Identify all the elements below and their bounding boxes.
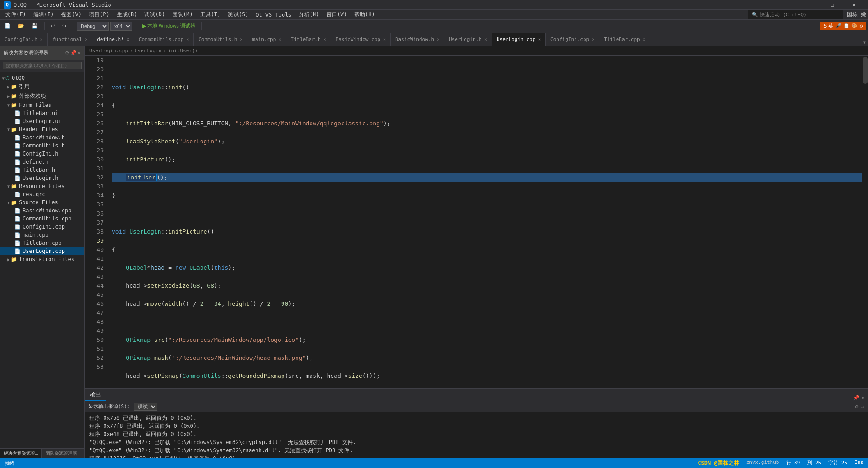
tab-close-main-cpp[interactable]: × [279,37,281,42]
tab-close-titlebar-h[interactable]: × [324,37,326,42]
tree-item-basicwindow-cpp[interactable]: 📄 BasicWindow.cpp [0,206,84,215]
sidebar-tab-solution[interactable]: 解决方案资源管… [0,449,42,458]
scrollbar-thumb[interactable] [863,57,868,84]
tree-item-qtqq[interactable]: ▼ ⬡ QtQQ [0,74,84,82]
tree-item-headerfiles[interactable]: ▼ 📁 Header Files [0,125,84,133]
tab-userlogin-cpp[interactable]: UserLogin.cpp× [492,33,546,46]
tab-close-basicwindow-h[interactable]: × [437,37,439,42]
tab-close-titlebar-cpp[interactable]: × [643,37,645,42]
tree-item-resourcefiles[interactable]: ▼ 📁 Resource Files [0,182,84,190]
tree-item-basicwindow-h[interactable]: 📄 BasicWindow.h [0,133,84,142]
tab-close-userlogin-h[interactable]: × [484,37,487,42]
code-content[interactable]: void UserLogin::init() { initTitleBar(MI… [107,56,868,388]
tab-basicwindow-h[interactable]: BasicWindow.h× [391,33,444,46]
sidebar-tab-team[interactable]: 团队资源管理器 [42,449,81,458]
menu-view[interactable]: 视图(V) [57,10,85,19]
config-select[interactable]: Debug Release [77,22,109,31]
toolbar-new[interactable]: 📄 [2,21,14,31]
output-source-select[interactable]: 调试 [134,403,157,411]
platform-select[interactable]: x64 x86 [110,22,132,31]
output-wordwrap-icon[interactable]: ↵ [861,404,864,410]
tree-item-titlebar-ui[interactable]: 📄 TitleBar.ui [0,109,84,117]
tree-item-res-qrc[interactable]: 📄 res.qrc [0,190,84,198]
menu-edit[interactable]: 编辑(E) [30,10,58,19]
tab-titlebar-h[interactable]: TitleBar.h× [286,33,331,46]
tab-close-configini-cpp[interactable]: × [592,37,594,42]
sidebar-pin-icon[interactable]: 📌 [70,50,77,56]
toolbar-save[interactable]: 💾 [29,21,41,31]
tree-item-titlebar-cpp[interactable]: 📄 TitleBar.cpp [0,239,84,247]
minimize-button[interactable]: – [800,0,821,10]
tab-overflow-button[interactable]: ▾ [861,39,868,46]
sidebar-sync-icon[interactable]: ⟳ [65,50,69,56]
tab-main-cpp[interactable]: main.cpp× [247,33,286,46]
run-button[interactable]: ▶ 本地 Windows 调试器 [140,21,198,31]
tab-basicwindow-cpp[interactable]: BasicWindow.cpp× [331,33,391,46]
sidebar-search-input[interactable] [3,62,82,69]
scrollbar-vertical[interactable] [862,56,868,388]
ime-more: 📋 [843,23,850,29]
menu-debug[interactable]: 调试(D) [141,10,169,19]
tab-userlogin-h[interactable]: UserLogin.h× [444,33,492,46]
tree-item-formfiles[interactable]: ▼ 📁 Form Files [0,101,84,109]
menu-build[interactable]: 生成(B) [113,10,141,19]
tree-item-commonutils-cpp[interactable]: 📄 CommonUtils.cpp [0,215,84,223]
menu-team[interactable]: 团队(M) [169,10,196,19]
status-watermark: CSDN @国栋之林 [698,459,739,467]
tree-item-userlogin-ui[interactable]: 📄 UserLogin.ui [0,117,84,125]
tree-item-configini-cpp[interactable]: 📄 ConfigIni.cpp [0,223,84,231]
menu-help[interactable]: 帮助(H) [351,10,379,19]
ime-toolbar[interactable]: S 英 🎤 📋 🎨 ⚙ [820,22,866,30]
tree-item-commonutils-h[interactable]: 📄 CommonUtils.h [0,142,84,150]
close-button[interactable]: ✕ [844,0,864,10]
tree-item-configini-h[interactable]: 📄 ConfigIni.h [0,150,84,158]
output-pin-icon[interactable]: 📌 [853,395,859,401]
tree-item-sourcefiles[interactable]: ▼ 📁 Source Files [0,198,84,206]
menu-qtvs[interactable]: Qt VS Tools [252,11,295,19]
tree-label-sourcefiles: Source Files [19,199,58,206]
tree-label-titlebar-ui: TitleBar.ui [23,110,58,116]
menu-analyze[interactable]: 分析(N) [295,10,323,19]
tab-close-commonutils-h[interactable]: × [240,37,242,42]
quick-search[interactable]: 🔍 快速启动 (Ctrl+Q) [748,10,843,19]
tab-close-basicwindow-cpp[interactable]: × [383,37,386,42]
tab-close-userlogin-cpp[interactable]: × [538,37,541,42]
toolbar-redo[interactable]: ↪ [59,21,69,31]
tree-item-refs[interactable]: ▶ 📁 引用 [0,82,84,92]
tab-close-define-h[interactable]: × [127,37,129,42]
menu-file[interactable]: 文件(F) [2,10,30,19]
tab-close-functional[interactable]: × [85,37,87,42]
toolbar-open[interactable]: 📂 [15,21,27,31]
tree-item-main-cpp[interactable]: 📄 main.cpp [0,231,84,239]
toolbar-undo[interactable]: ↩ [48,21,58,31]
main-area: 解决方案资源管理器 ⟳ 📌 × ▼ ⬡ QtQQ ▶ 📁 引用 ▶ [0,46,868,458]
output-tab-output[interactable]: 输出 [85,389,106,401]
tree-item-userlogin-h[interactable]: 📄 UserLogin.h [0,174,84,182]
tree-item-titlebar-h[interactable]: 📄 TitleBar.h [0,166,84,174]
gutter-22: 22 [85,83,104,92]
tab-configini-h[interactable]: ConfigIni.h× [0,33,48,46]
tab-close-commonutils-cpp[interactable]: × [186,37,189,42]
tab-commonutils-h[interactable]: CommonUtils.h× [194,33,247,46]
menu-window[interactable]: 窗口(W) [323,10,351,19]
menu-test[interactable]: 测试(S) [224,10,252,19]
sidebar-close-icon[interactable]: × [78,50,81,56]
tree-item-translationfiles[interactable]: ▶ 📁 Translation Files [0,255,84,263]
tree-item-userlogin-cpp[interactable]: 📄 UserLogin.cpp [0,247,84,255]
status-encoding: Ins [854,459,863,467]
tree-item-define-h[interactable]: 📄 define.h [0,158,84,166]
file-icon-userlogin-h: 📄 [14,175,21,181]
output-close-icon[interactable]: × [861,395,864,401]
tab-functional[interactable]: functional× [48,33,92,46]
code-editor[interactable]: 19 20 21 22 23 24 25 26 27 28 29 30 31 3… [85,56,868,388]
maximize-button[interactable]: □ [822,0,843,10]
tab-close-configini-h[interactable]: × [40,37,43,42]
tab-define-h[interactable]: define.h*× [92,33,134,46]
menu-tools[interactable]: 工具(T) [196,10,224,19]
output-clear-icon[interactable]: ⊘ [855,404,859,410]
menu-project[interactable]: 项目(P) [85,10,113,19]
tree-item-externaldeps[interactable]: ▶ 📁 外部依赖项 [0,92,84,101]
tab-commonutils-cpp[interactable]: CommonUtils.cpp× [134,33,194,46]
tab-configini-cpp[interactable]: ConfigIni.cpp× [546,33,599,46]
tab-titlebar-cpp[interactable]: TitleBar.cpp× [599,33,650,46]
